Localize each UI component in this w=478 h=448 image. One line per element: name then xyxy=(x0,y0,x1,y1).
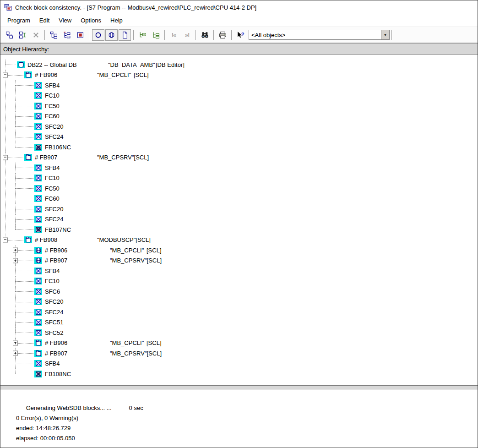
tree-gutter xyxy=(15,142,34,153)
menu-item-help[interactable]: Help xyxy=(106,15,127,26)
help-cursor-icon: ? xyxy=(237,31,244,39)
previous-error-button[interactable]: !« xyxy=(168,29,180,41)
block-crossed-icon xyxy=(34,175,42,181)
output-line: ended: 14:48:26.729 xyxy=(16,423,474,433)
object-filter-dropdown[interactable]: <All objects>▼ xyxy=(249,30,390,40)
block-editor-tag: [SCL] xyxy=(134,154,149,161)
expander-plus-icon[interactable] xyxy=(13,351,18,356)
blocks-check-icon xyxy=(5,31,13,39)
filter-doc-button[interactable] xyxy=(119,29,131,41)
pane-splitter[interactable] xyxy=(0,385,478,389)
tree-row-sfc24[interactable]: SFC24 xyxy=(15,307,478,317)
tree-row-fb107nc[interactable]: FB107NC xyxy=(15,224,478,235)
check-consistency-button[interactable] xyxy=(3,29,16,41)
tree-row-sfb4[interactable]: SFB4 xyxy=(15,163,478,173)
fb-block-icon xyxy=(34,350,42,357)
reference-tree-alt-button[interactable] xyxy=(150,29,162,41)
tree-row-fb906[interactable]: # FB906"MB_CPCLI"[SCL] xyxy=(5,70,478,81)
title-bar[interactable]: Check block consistency. - [S7 Program -… xyxy=(0,0,478,14)
tree-row-fc50[interactable]: FC50 xyxy=(15,183,478,194)
delete-button[interactable] xyxy=(30,29,42,41)
expander-plus-icon[interactable] xyxy=(13,340,18,345)
output-line: 0 Error(s), 0 Warning(s) xyxy=(16,413,474,423)
tree-gutter xyxy=(15,163,34,173)
tree-root: DB22 -- Global DB"DB_DATA_AMB"[DB Editor… xyxy=(5,60,478,379)
tree-row-fc60[interactable]: FC60 xyxy=(15,111,478,122)
filter-circle-button[interactable] xyxy=(92,29,104,41)
tree-row-sfc20[interactable]: SFC20 xyxy=(15,204,478,214)
tree-node: SFB4 xyxy=(15,266,478,276)
menu-item-view[interactable]: View xyxy=(54,15,76,26)
block-crossed-dark-icon xyxy=(34,226,42,233)
compile-button[interactable] xyxy=(74,29,87,41)
menu-item-program[interactable]: Program xyxy=(3,15,35,26)
block-name: SFC51 xyxy=(45,319,63,326)
tree-row-fb906[interactable]: # FB906"MB_CPCLI"[SCL] xyxy=(15,245,478,256)
tree-row-fc10[interactable]: FC10 xyxy=(15,91,478,101)
tree-gutter xyxy=(15,369,34,379)
expander-plus-icon[interactable] xyxy=(13,258,18,263)
context-help-button[interactable]: ? xyxy=(234,29,247,41)
block-name: SFC24 xyxy=(45,133,63,140)
dropdown-value: <All objects> xyxy=(249,32,381,38)
block-hierarchy-tree[interactable]: DB22 -- Global DB"DB_DATA_AMB"[DB Editor… xyxy=(0,55,478,385)
tree-row-fb907[interactable]: # FB907"MB_CPSRV"[SCL] xyxy=(5,153,478,163)
tree-row-sfc52[interactable]: SFC52 xyxy=(15,328,478,338)
expander-plus-icon[interactable] xyxy=(13,248,18,253)
tree-row-db22globaldb[interactable]: DB22 -- Global DB"DB_DATA_AMB"[DB Editor… xyxy=(5,60,478,70)
block-editor-tag: [SCL] xyxy=(147,247,162,254)
block-symbolic-name: "MB_CPCLI" xyxy=(110,247,147,254)
tree-row-sfc6[interactable]: SFC6 xyxy=(15,286,478,297)
tree-node: FC60 xyxy=(15,111,478,122)
dependency-view-button[interactable] xyxy=(61,29,73,41)
tree-row-sfb4[interactable]: SFB4 xyxy=(15,80,478,91)
filter-globe-button[interactable] xyxy=(105,29,118,41)
tree-row-fb106nc[interactable]: FB106NC xyxy=(15,142,478,153)
object-hierarchy-label: Object Hierarchy: xyxy=(3,46,49,53)
block-editor-tag: [SCL] xyxy=(147,339,162,346)
tree-row-fb906[interactable]: # FB906"MB_CPCLI"[SCL] xyxy=(15,338,478,349)
block-crossed-icon xyxy=(34,82,42,89)
tree-row-fb907[interactable]: # FB907"MB_CPSRV"[SCL] xyxy=(15,348,478,359)
tree-row-fb108nc[interactable]: FB108NC xyxy=(15,369,478,379)
menu-item-options[interactable]: Options xyxy=(76,15,106,26)
tree-row-fb908[interactable]: # FB908"MODBUSCP"[SCL] xyxy=(5,235,478,246)
tree-row-fc50[interactable]: FC50 xyxy=(15,101,478,111)
tree-row-sfc20[interactable]: SFC20 xyxy=(15,121,478,132)
find-button[interactable] xyxy=(199,29,211,41)
block-name: SFB4 xyxy=(45,82,60,89)
expander-minus-icon[interactable] xyxy=(3,155,8,160)
output-panel[interactable]: Generating WebSDB blocks... ...0 sec 0 E… xyxy=(0,389,478,448)
tree-row-fc10[interactable]: FC10 xyxy=(15,276,478,287)
block-symbolic-name: "DB_DATA_AMB" xyxy=(108,61,156,68)
tree-row-sfc20[interactable]: SFC20 xyxy=(15,297,478,307)
block-crossed-icon xyxy=(34,360,42,367)
tree-row-sfc51[interactable]: SFC51 xyxy=(15,317,478,328)
tree-node: SFC6 xyxy=(15,286,478,297)
tree-view-button[interactable] xyxy=(48,29,60,41)
chevron-down-icon[interactable]: ▼ xyxy=(381,30,389,39)
tree-row-sfc24[interactable]: SFC24 xyxy=(15,132,478,142)
block-name: SFB4 xyxy=(45,360,60,367)
next-error-button[interactable]: »! xyxy=(181,29,193,41)
print-button[interactable] xyxy=(217,29,229,41)
block-crossed-icon xyxy=(34,288,42,295)
tree-row-fb907[interactable]: # FB907"MB_CPSRV"[SCL] xyxy=(15,256,478,266)
toolbar-separator xyxy=(133,30,134,40)
tree-node: FC50 xyxy=(15,183,478,194)
expander-minus-icon[interactable] xyxy=(3,72,8,77)
tree-row-sfb4[interactable]: SFB4 xyxy=(15,359,478,369)
tree-node: FC50 xyxy=(15,101,478,111)
tree-row-fc60[interactable]: FC60 xyxy=(15,194,478,204)
toolbar-separator xyxy=(164,30,165,40)
block-name: SFB4 xyxy=(45,268,60,274)
tree-row-sfb4[interactable]: SFB4 xyxy=(15,266,478,276)
window-title: Check block consistency. - [S7 Program -… xyxy=(15,4,256,11)
menu-item-edit[interactable]: Edit xyxy=(35,15,54,26)
expander-minus-icon[interactable] xyxy=(3,237,8,242)
tree-row-fc10[interactable]: FC10 xyxy=(15,173,478,184)
tree-node: # FB907"MB_CPSRV"[SCL]SFB4FC10FC50FC60SF… xyxy=(5,153,478,235)
reference-tree-button[interactable] xyxy=(136,29,149,41)
tree-row-sfc24[interactable]: SFC24 xyxy=(15,214,478,225)
check-all-blocks-button[interactable] xyxy=(16,29,29,41)
